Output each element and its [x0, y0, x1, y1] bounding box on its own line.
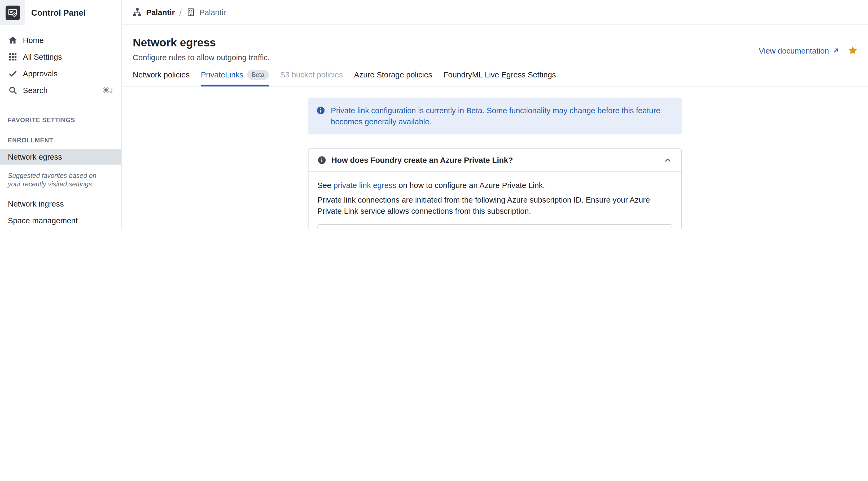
page-subtitle: Configure rules to allow outgoing traffi… — [133, 53, 857, 62]
subscription-id-input[interactable] — [317, 224, 672, 229]
app-title: Control Panel — [31, 8, 86, 17]
tab-network-policies[interactable]: Network policies — [133, 70, 190, 86]
sidebar-item-home[interactable]: Home — [0, 32, 121, 49]
breadcrumb-enrollment[interactable]: Palantir — [186, 8, 226, 17]
search-shortcut: ⌘J — [102, 86, 113, 94]
sidebar-item-label: Network ingress — [8, 199, 64, 208]
beta-badge: Beta — [247, 70, 269, 80]
sidebar-item-network-egress[interactable]: Network egress — [0, 149, 121, 165]
app-logo-button[interactable] — [0, 0, 25, 25]
faq-card-header[interactable]: How does Foundry create an Azure Private… — [309, 149, 681, 172]
private-link-egress-link[interactable]: private link egress — [334, 181, 396, 190]
tab-label: FoundryML Live Egress Settings — [443, 70, 556, 79]
arrow-top-right-icon — [832, 47, 839, 54]
breadcrumb-separator: / — [179, 7, 182, 17]
page-header-actions: View documentation — [759, 45, 858, 56]
app-logo-tile — [5, 5, 20, 20]
sidebar-item-label: Approvals — [23, 69, 58, 78]
view-documentation-link[interactable]: View documentation — [759, 46, 840, 55]
chevron-up-icon[interactable] — [663, 156, 672, 165]
beta-info-callout: Private link configuration is currently … — [308, 97, 682, 134]
sidebar-item-label: Network egress — [8, 152, 62, 161]
tab-foundryml-live-egress-settings[interactable]: FoundryML Live Egress Settings — [443, 70, 556, 86]
page-title: Network egress — [133, 35, 857, 50]
app-window: Control Panel Home All Settings Approval… — [0, 0, 868, 229]
tab-label: Azure Storage policies — [354, 70, 432, 79]
topbar: Palantir / Palantir — [122, 0, 868, 25]
tab-label: S3 bucket policies — [280, 70, 343, 79]
sidebar-item-network-ingress[interactable]: Network ingress — [0, 195, 121, 212]
check-icon — [8, 69, 18, 78]
sidebar-item-label: Home — [23, 36, 44, 45]
control-panel-icon — [8, 8, 17, 17]
tab-label: Network policies — [133, 70, 190, 79]
tab-privatelinks[interactable]: PrivateLinks Beta — [201, 70, 269, 86]
search-icon — [8, 86, 18, 95]
section-enrollment: ENROLLMENT — [0, 137, 121, 144]
sidebar-item-label: All Settings — [23, 53, 62, 62]
faq-card: How does Foundry create an Azure Private… — [308, 149, 682, 229]
subscription-id-field — [317, 224, 672, 229]
sidebar-nav: Home All Settings Approvals Search ⌘J — [0, 32, 121, 99]
faq-text: See — [317, 181, 331, 190]
sidebar-item-label: Space management — [8, 216, 78, 225]
faq-text: on how to configure an Azure Private Lin… — [399, 181, 545, 190]
callout-text: Private link configuration is currently … — [331, 105, 673, 127]
sidebar-item-space-management[interactable]: Space management — [0, 212, 121, 229]
tab-label: PrivateLinks — [201, 70, 243, 79]
section-favorite-settings: FAVORITE SETTINGS — [0, 117, 121, 123]
grid-icon — [8, 53, 18, 62]
tab-azure-storage-policies[interactable]: Azure Storage policies — [354, 70, 432, 86]
info-icon — [316, 106, 325, 115]
sidebar: Control Panel Home All Settings Approval… — [0, 0, 122, 229]
faq-card-body: See private link egress on how to config… — [309, 172, 681, 229]
page-header: Network egress Configure rules to allow … — [122, 25, 868, 62]
faq-line-2: Private link connections are initiated f… — [317, 194, 672, 216]
copy-button[interactable] — [659, 227, 670, 229]
tab-bar: Network policies PrivateLinks Beta S3 bu… — [122, 70, 868, 86]
favorite-star-icon[interactable] — [847, 45, 858, 56]
faq-card-title: How does Foundry create an Azure Private… — [332, 156, 513, 165]
info-icon — [317, 156, 327, 165]
sidebar-item-all-settings[interactable]: All Settings — [0, 49, 121, 65]
main-content: Network egress Configure rules to allow … — [122, 25, 868, 229]
breadcrumb-organization[interactable]: Palantir — [133, 8, 175, 17]
home-icon — [8, 36, 18, 45]
sidebar-item-approvals[interactable]: Approvals — [0, 65, 121, 82]
faq-line-1: See private link egress on how to config… — [317, 180, 672, 191]
office-building-icon — [186, 8, 195, 17]
sidebar-item-search[interactable]: Search ⌘J — [0, 82, 121, 99]
sidebar-item-label: Search — [23, 86, 48, 95]
tab-s3-bucket-policies: S3 bucket policies — [280, 70, 343, 86]
suggestion-note: Suggested favorites based on your recent… — [8, 172, 110, 188]
view-documentation-label: View documentation — [759, 46, 829, 55]
tab-panel: Private link configuration is currently … — [122, 86, 868, 229]
hierarchy-icon — [133, 8, 142, 17]
breadcrumb-label: Palantir — [146, 8, 175, 17]
breadcrumb-label: Palantir — [199, 8, 226, 17]
app-brand: Control Panel — [0, 0, 121, 25]
